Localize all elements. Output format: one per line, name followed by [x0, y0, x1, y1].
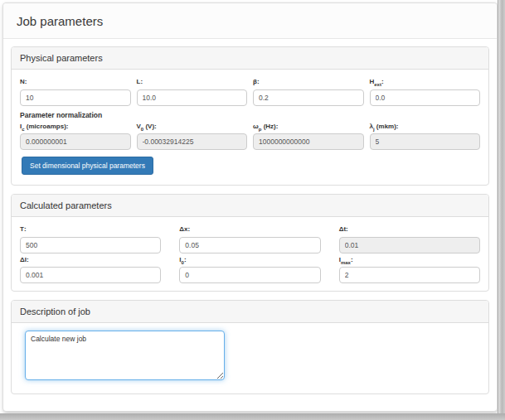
- field-beta: β:: [253, 75, 364, 106]
- page-title: Job parameters: [3, 3, 497, 39]
- di-input[interactable]: [20, 267, 161, 283]
- field-ic: Ic (microamps):: [20, 120, 131, 151]
- v0-label: V0 (V):: [137, 123, 248, 132]
- field-lambda: λj (mkm):: [370, 120, 481, 151]
- i0-label: I0:: [179, 256, 320, 265]
- field-v0: V0 (V):: [137, 120, 248, 151]
- ic-label: Ic (microamps):: [20, 123, 131, 132]
- description-of-job-panel: Description of job Calculate new job: [11, 300, 489, 394]
- beta-input[interactable]: [253, 89, 364, 106]
- calculated-parameters-heading: Calculated parameters: [12, 195, 488, 217]
- field-omega: ωp (Hz):: [253, 120, 364, 151]
- n-label: N:: [20, 78, 131, 87]
- vertical-scrollbar[interactable]: [498, 0, 505, 414]
- n-input[interactable]: [20, 89, 131, 106]
- i0-input[interactable]: [179, 267, 320, 283]
- beta-label: β:: [253, 78, 364, 87]
- field-n: N:: [20, 75, 131, 106]
- field-imax: Imax:: [339, 253, 480, 284]
- lambda-label: λj (mkm):: [370, 123, 481, 132]
- imax-label: Imax:: [339, 256, 480, 265]
- v0-input: [137, 133, 248, 150]
- field-l: L:: [137, 75, 248, 106]
- field-di: ΔI:: [20, 253, 161, 284]
- field-i0: I0:: [179, 253, 320, 284]
- field-dx: Δx:: [179, 223, 320, 253]
- physical-parameters-heading: Physical parameters: [12, 47, 488, 70]
- ic-input: [20, 133, 131, 150]
- dx-label: Δx:: [179, 225, 320, 234]
- t-label: T:: [20, 225, 161, 234]
- description-of-job-heading: Description of job: [12, 301, 488, 323]
- l-input[interactable]: [137, 89, 248, 106]
- imax-input[interactable]: [339, 267, 480, 283]
- dt-input: [339, 237, 480, 253]
- hext-label: Hext:: [370, 78, 481, 87]
- job-description-textarea[interactable]: Calculate new job: [25, 331, 225, 380]
- lambda-input: [370, 133, 481, 150]
- omega-input: [253, 133, 364, 150]
- horizontal-scrollbar[interactable]: [0, 413, 505, 420]
- job-parameters-card: Job parameters Physical parameters N: L:…: [2, 2, 498, 412]
- parameter-normalization-label: Parameter normalization: [20, 111, 480, 119]
- field-t: T:: [20, 223, 161, 253]
- physical-parameters-panel: Physical parameters N: L: β: Hext:: [11, 46, 489, 186]
- dt-label: Δt:: [339, 225, 480, 234]
- omega-label: ωp (Hz):: [253, 123, 364, 132]
- field-hext: Hext:: [370, 75, 481, 106]
- calculated-parameters-panel: Calculated parameters T: Δx: Δt: ΔI:: [11, 194, 489, 292]
- di-label: ΔI:: [20, 256, 161, 265]
- l-label: L:: [137, 78, 248, 87]
- field-dt: Δt:: [339, 223, 480, 253]
- dx-input[interactable]: [179, 237, 320, 253]
- hext-input[interactable]: [370, 89, 481, 106]
- t-input[interactable]: [20, 237, 161, 253]
- set-dimensional-parameters-button[interactable]: Set dimensional physical parameters: [22, 157, 153, 175]
